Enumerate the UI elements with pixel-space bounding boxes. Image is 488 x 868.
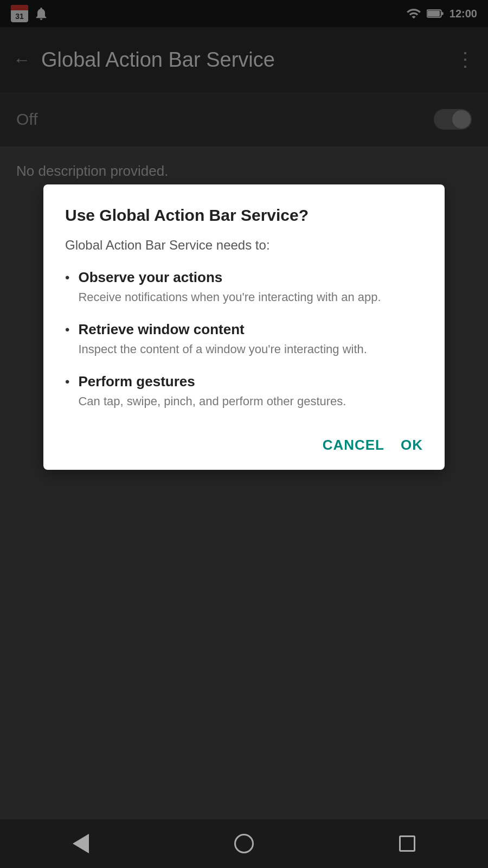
- permission-item-3: • Perform gestures Can tap, swipe, pinch…: [65, 373, 423, 410]
- permission-content-3: Perform gestures Can tap, swipe, pinch, …: [78, 373, 423, 410]
- permission-item-1: • Observe your actions Receive notificat…: [65, 269, 423, 306]
- bottom-nav: [0, 819, 488, 868]
- dialog-actions: CANCEL OK: [65, 431, 423, 454]
- permission-content-1: Observe your actions Receive notificatio…: [78, 269, 423, 306]
- bullet-3: •: [65, 374, 69, 390]
- nav-recents-button[interactable]: [399, 835, 415, 852]
- permission-desc-1: Receive notifications when you're intera…: [78, 289, 423, 306]
- bullet-2: •: [65, 322, 69, 337]
- nav-back-button[interactable]: [73, 834, 89, 853]
- ok-button[interactable]: OK: [401, 437, 423, 454]
- permission-item-2: • Retrieve window content Inspect the co…: [65, 321, 423, 358]
- bullet-1: •: [65, 270, 69, 285]
- permission-desc-3: Can tap, swipe, pinch, and perform other…: [78, 393, 423, 410]
- permission-title-3: Perform gestures: [78, 373, 423, 390]
- dialog-overlay: Use Global Action Bar Service? Global Ac…: [0, 0, 488, 868]
- permission-content-2: Retrieve window content Inspect the cont…: [78, 321, 423, 358]
- cancel-button[interactable]: CANCEL: [323, 437, 384, 454]
- permission-title-2: Retrieve window content: [78, 321, 423, 338]
- dialog-subtitle: Global Action Bar Service needs to:: [65, 238, 423, 253]
- nav-home-button[interactable]: [234, 834, 254, 853]
- permission-desc-2: Inspect the content of a window you're i…: [78, 341, 423, 358]
- permission-dialog: Use Global Action Bar Service? Global Ac…: [43, 184, 445, 470]
- dialog-title: Use Global Action Bar Service?: [65, 206, 423, 225]
- permission-title-1: Observe your actions: [78, 269, 423, 286]
